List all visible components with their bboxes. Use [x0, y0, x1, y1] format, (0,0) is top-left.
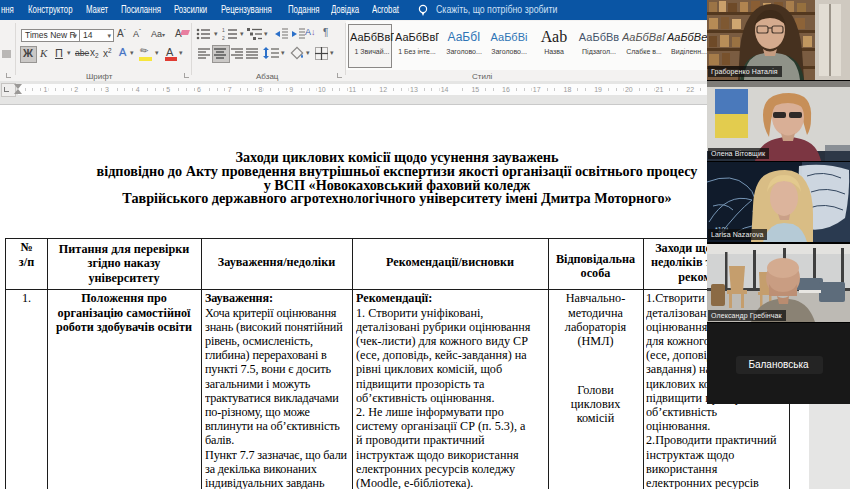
- svg-text:1: 1: [222, 28, 225, 33]
- svg-text:2: 2: [222, 35, 225, 40]
